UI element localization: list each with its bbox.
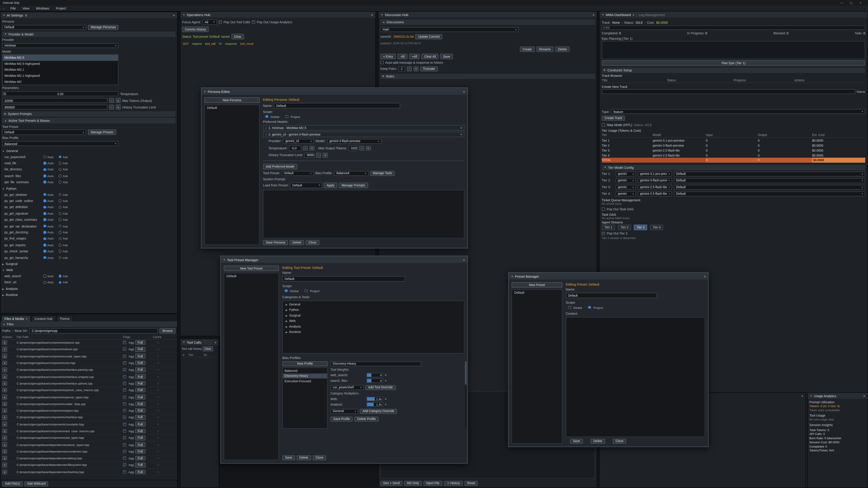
- load-from-preset-select[interactable]: Default: [290, 183, 322, 188]
- tool-group-header[interactable]: ▼Web: [2, 268, 176, 273]
- close-icon[interactable]: ×: [863, 394, 865, 398]
- full-button[interactable]: Full: [135, 347, 146, 352]
- delete-profile-button[interactable]: Delete Profile: [354, 416, 379, 422]
- full-button[interactable]: Full: [135, 367, 146, 372]
- composer-button[interactable]: Inject File: [423, 481, 442, 486]
- auto-radio[interactable]: [43, 218, 46, 221]
- ask-radio[interactable]: [59, 237, 61, 240]
- update-commit-button[interactable]: Update Commit: [415, 34, 442, 39]
- remove-file-button[interactable]: x: [2, 415, 7, 420]
- decrement-button[interactable]: -: [303, 146, 308, 151]
- delete-button[interactable]: Delete: [297, 455, 311, 460]
- scope-radio[interactable]: [305, 289, 308, 292]
- entry-button[interactable]: + Entry: [380, 54, 396, 59]
- agg-checkbox[interactable]: [123, 348, 126, 351]
- remove-file-button[interactable]: x: [2, 381, 7, 386]
- close-icon[interactable]: ×: [801, 394, 803, 398]
- tool-preset-list-item[interactable]: Default: [224, 273, 278, 279]
- remove-icon[interactable]: ×: [385, 397, 386, 400]
- manage-tools-button[interactable]: Manage Tools: [370, 171, 395, 176]
- type-select[interactable]: feature: [611, 109, 865, 114]
- save-profile-button[interactable]: Save Profile: [331, 416, 352, 422]
- weight-slider[interactable]: 4: [366, 378, 383, 383]
- ask-radio[interactable]: [59, 274, 61, 278]
- auto-radio[interactable]: [43, 250, 46, 253]
- model-select[interactable]: gemini-3-flash-preview: [638, 178, 672, 183]
- entry-button[interactable]: Save: [440, 54, 453, 59]
- tool-preset-name-input[interactable]: Default: [282, 276, 405, 281]
- remove-icon[interactable]: ×: [460, 133, 462, 136]
- new-profile-button[interactable]: New Profile: [282, 361, 328, 366]
- profile-name-input[interactable]: Discovery-Heavy: [331, 361, 421, 366]
- agg-checkbox[interactable]: [123, 368, 126, 371]
- persona-list[interactable]: Default: [204, 104, 260, 245]
- ask-radio[interactable]: [59, 231, 61, 234]
- close-icon[interactable]: ×: [371, 13, 373, 17]
- remove-file-button[interactable]: x: [2, 361, 7, 365]
- close-icon[interactable]: ×: [26, 317, 27, 320]
- category-override-select[interactable]: General: [331, 409, 358, 414]
- tool-override-select[interactable]: run_powershell: [331, 385, 364, 390]
- close-icon[interactable]: ×: [215, 340, 217, 344]
- discussion-select[interactable]: main: [380, 27, 519, 32]
- agg-checkbox[interactable]: [123, 463, 126, 467]
- full-button[interactable]: Full: [135, 374, 146, 379]
- bias-profile-select[interactable]: Balanced: [334, 171, 368, 176]
- close-icon[interactable]: ×: [463, 90, 465, 93]
- preset-manager-titlebar[interactable]: ▼ Preset Manager ×: [509, 273, 708, 279]
- temperature-input[interactable]: -0.0: [289, 145, 301, 151]
- model-select[interactable]: gemini-2.5-flash-lite: [638, 185, 672, 190]
- ask-radio[interactable]: [59, 243, 61, 247]
- clear-status-button[interactable]: Clear: [231, 34, 244, 39]
- prompt-preset-select[interactable]: Default: [674, 178, 865, 183]
- new-tool-preset-button[interactable]: New Tool Preset: [223, 266, 279, 271]
- remove-icon[interactable]: ×: [460, 126, 462, 129]
- close-icon[interactable]: ×: [463, 258, 465, 261]
- scope-radio[interactable]: [588, 306, 591, 309]
- tool-group-header[interactable]: ▼General: [2, 149, 176, 154]
- menu-file[interactable]: File: [7, 6, 19, 10]
- add-file-button[interactable]: Add File(s): [2, 481, 23, 486]
- increment-button[interactable]: +: [366, 146, 371, 151]
- ask-radio[interactable]: [59, 212, 61, 215]
- increment-button[interactable]: +: [116, 98, 121, 103]
- tool-calls-header[interactable]: ▼ Tool Calls ×: [180, 339, 219, 345]
- tab-theme[interactable]: Theme: [56, 315, 73, 322]
- agg-checkbox[interactable]: [123, 429, 126, 433]
- system-prompts-section[interactable]: ▶ System Prompts: [2, 111, 176, 117]
- tool-group-header[interactable]: ▼Python: [2, 186, 176, 191]
- scope-option[interactable]: Project: [588, 306, 603, 309]
- auto-radio[interactable]: [43, 181, 46, 184]
- collapse-icon[interactable]: ▼: [204, 90, 206, 93]
- operations-hub-header[interactable]: ▼ Operations Hub ×: [180, 11, 375, 18]
- scope-option[interactable]: Global: [285, 289, 299, 293]
- remove-file-button[interactable]: x: [2, 449, 7, 454]
- reorder-handle-icon[interactable]: ≡: [265, 126, 267, 129]
- ask-radio[interactable]: [59, 193, 61, 196]
- tab-mma-dashboard[interactable]: MMA Dashboard: [606, 13, 631, 17]
- menu-windows[interactable]: Windows: [33, 6, 53, 10]
- auto-radio[interactable]: [43, 256, 46, 259]
- collapse-icon[interactable]: ▼: [511, 275, 513, 278]
- collapse-icon[interactable]: ▼: [183, 13, 185, 16]
- increment-button[interactable]: +: [309, 146, 314, 151]
- collapse-icon[interactable]: ▼: [3, 14, 5, 17]
- clear-tool-calls-button[interactable]: Clear: [203, 346, 213, 351]
- agg-checkbox[interactable]: [123, 355, 126, 358]
- category-row[interactable]: ▶General: [284, 302, 463, 307]
- preset-list[interactable]: Default: [512, 289, 562, 444]
- prompt-preset-select[interactable]: Default: [674, 191, 865, 196]
- agg-checkbox[interactable]: [123, 436, 126, 440]
- close-icon[interactable]: ×: [704, 274, 706, 278]
- files-section[interactable]: ▼ Files: [0, 322, 177, 327]
- auto-radio[interactable]: [43, 174, 46, 177]
- tool-preset-select[interactable]: Default: [282, 171, 314, 176]
- tab-files-media[interactable]: Files & Media×: [1, 315, 31, 322]
- scope-option[interactable]: Global: [265, 115, 279, 118]
- history-limit-input[interactable]: 900000: [2, 105, 107, 110]
- model-option[interactable]: MiniMax-M2.1: [3, 67, 118, 72]
- scope-option[interactable]: Project: [305, 289, 319, 293]
- remove-file-button[interactable]: x: [2, 340, 7, 345]
- ask-radio[interactable]: [59, 218, 61, 221]
- full-button[interactable]: Full: [135, 469, 146, 474]
